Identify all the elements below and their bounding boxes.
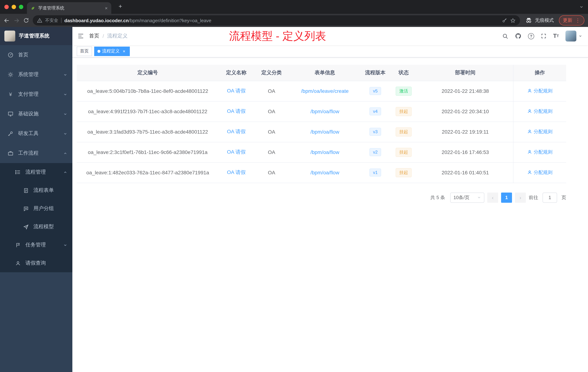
sidebar-item-workflow[interactable]: 工作流程 <box>0 143 72 163</box>
back-icon[interactable] <box>4 17 10 23</box>
chevron-up-icon <box>63 170 67 174</box>
window-close-button[interactable] <box>4 5 9 9</box>
sidebar-item-process-model[interactable]: 流程模型 <box>0 218 72 236</box>
version-tag: v2 <box>369 148 381 156</box>
address-bar[interactable]: 不安全 dashboard.yudao.iocoder.cn/bpm/manag… <box>33 15 520 25</box>
favicon-leaf-icon <box>31 6 35 10</box>
browser-update-button[interactable]: 更新 ⋮ <box>559 15 584 25</box>
navbar-actions: ? TT <box>502 31 582 42</box>
active-dot <box>97 50 100 53</box>
fullscreen-icon[interactable] <box>541 33 546 39</box>
sidebar-item-label: 请假查询 <box>25 260 67 266</box>
incognito-label: 无痕模式 <box>535 17 554 24</box>
form-link[interactable]: /bpm/oa/flow <box>310 149 339 155</box>
col-header-version: 流程版本 <box>361 65 390 81</box>
monitor-icon <box>7 111 14 117</box>
new-tab-button[interactable]: + <box>116 3 124 10</box>
tab-search-chevron-icon[interactable] <box>579 5 584 9</box>
sidebar-item-home[interactable]: 首页 <box>0 45 72 65</box>
cell-deploy-time: 2022-01-22 21:48:38 <box>418 81 514 101</box>
goto-page-input[interactable] <box>543 192 557 203</box>
window-zoom-button[interactable] <box>19 5 23 9</box>
forward-icon[interactable] <box>13 17 20 23</box>
font-size-icon[interactable]: TT <box>553 33 559 39</box>
assign-rule-button[interactable]: 分配规则 <box>527 129 553 135</box>
omnibox-divider <box>61 18 62 23</box>
version-tag: v1 <box>369 169 381 176</box>
sidebar-item-process-management[interactable]: 流程管理 <box>0 163 72 181</box>
tab-title: 芋道管理系统 <box>38 5 102 11</box>
cell-category: OA <box>254 81 289 101</box>
assign-rule-button[interactable]: 分配规则 <box>527 149 553 155</box>
reload-icon[interactable] <box>23 17 29 23</box>
sidebar-item-user-group[interactable]: 用户分组 <box>0 199 72 218</box>
github-icon[interactable] <box>515 33 521 39</box>
gear-icon <box>7 72 14 77</box>
browser-tab[interactable]: 芋道管理系统 × <box>27 2 111 14</box>
sidebar-item-task-management[interactable]: 任务管理 <box>0 236 72 254</box>
tag-close-icon[interactable]: × <box>121 49 126 54</box>
breadcrumb-current: 流程定义 <box>107 33 128 39</box>
dashboard-icon <box>7 52 14 58</box>
col-header-form: 表单信息 <box>289 65 361 81</box>
chevron-up-icon <box>63 151 67 155</box>
user-menu[interactable] <box>566 31 582 42</box>
sidebar-item-process-form[interactable]: 流程表单 <box>0 181 72 199</box>
sidebar-item-label: 流程表单 <box>33 187 67 194</box>
sidebar-item-devtools[interactable]: 研发工具 <box>0 124 72 143</box>
sidebar-item-label: 任务管理 <box>25 242 59 248</box>
col-header-operation: 操作 <box>513 65 566 81</box>
definition-name-link[interactable]: OA 请假 <box>227 129 246 134</box>
page-size-select[interactable]: 10条/页 <box>450 192 484 203</box>
page-number-button[interactable]: 1 <box>501 192 512 203</box>
sidebar-item-leave-query[interactable]: 请假查询 <box>0 254 72 272</box>
avatar[interactable] <box>566 31 576 42</box>
flag-icon <box>15 242 21 248</box>
incognito-icon <box>525 17 532 24</box>
sidebar-item-label: 研发工具 <box>18 130 59 137</box>
form-link[interactable]: /bpm/oa/flow <box>310 170 339 175</box>
sidebar-item-label: 系统管理 <box>18 71 59 78</box>
definition-name-link[interactable]: OA 请假 <box>227 169 246 175</box>
version-tag: v5 <box>369 87 381 95</box>
sidebar-item-system[interactable]: 系统管理 <box>0 65 72 85</box>
table-row: oa_leave:4:991f2193-7b7f-11ec-a3c8-acde4… <box>77 101 566 121</box>
definition-name-link[interactable]: OA 请假 <box>227 149 246 155</box>
tab-close-icon[interactable]: × <box>105 5 108 11</box>
breadcrumb-home[interactable]: 首页 <box>89 33 99 39</box>
form-link[interactable]: /bpm/oa/flow <box>310 129 339 135</box>
paper-plane-icon <box>22 224 29 230</box>
status-badge: 挂起 <box>396 148 412 157</box>
definition-name-link[interactable]: OA 请假 <box>227 108 246 114</box>
prev-page-button[interactable]: ‹ <box>487 192 498 203</box>
bookmark-star-icon[interactable] <box>510 18 516 23</box>
assign-rule-button[interactable]: 分配规则 <box>527 88 553 94</box>
sidebar-item-payment[interactable]: ¥ 支付管理 <box>0 85 72 104</box>
browser-menu-icon[interactable]: ⋮ <box>575 17 580 23</box>
page-content: 定义编号 定义名称 定义分类 表单信息 流程版本 状态 部署时间 操作 oa_l <box>72 57 588 372</box>
goto-label: 前往 <box>529 194 538 201</box>
cell-definition-id: oa_leave:1:482ec033-762a-11ec-8477-a2380… <box>77 162 219 183</box>
search-icon[interactable] <box>502 33 508 39</box>
tag-home[interactable]: 首页 <box>77 46 92 56</box>
sidebar-item-infrastructure[interactable]: 基础设施 <box>0 104 72 124</box>
sidebar-toggle-icon[interactable] <box>77 33 84 39</box>
help-icon[interactable]: ? <box>528 33 534 39</box>
assign-rule-button[interactable]: 分配规则 <box>527 108 553 115</box>
window-minimize-button[interactable] <box>12 5 16 9</box>
tag-process-definition[interactable]: 流程定义 × <box>94 46 130 56</box>
assign-rule-button[interactable]: 分配规则 <box>527 169 553 176</box>
key-icon[interactable] <box>502 18 507 23</box>
cell-category: OA <box>254 162 289 183</box>
form-link[interactable]: /bpm/oa/leave/create <box>301 88 349 94</box>
screen: 芋道管理系统 × + 不安全 dashboard.yudao.iocoder.c… <box>0 0 588 372</box>
incognito-badge: 无痕模式 <box>525 17 554 24</box>
sidebar-item-label: 流程管理 <box>25 169 59 175</box>
page-unit: 页 <box>561 194 566 201</box>
next-page-button[interactable]: › <box>515 192 526 203</box>
app-shell: 芋道管理系统 首页 系统管理 ¥ 支付管理 <box>0 27 588 372</box>
col-header-name: 定义名称 <box>219 65 254 81</box>
definition-name-link[interactable]: OA 请假 <box>227 88 246 94</box>
status-badge: 挂起 <box>396 168 412 177</box>
form-link[interactable]: /bpm/oa/flow <box>310 109 339 114</box>
